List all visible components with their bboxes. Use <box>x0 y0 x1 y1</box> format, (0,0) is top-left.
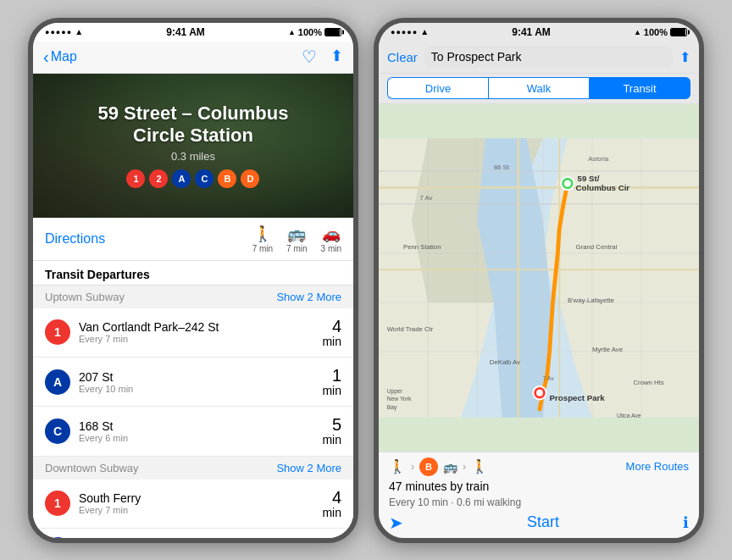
transit-header-label: Transit Departures <box>45 268 150 281</box>
route-freq-south: Every 7 min <box>79 505 313 515</box>
phones-container: ●●●●● ▲ 9:41 AM ▲ 100% ‹ Map ♡ ⬆ <box>28 18 704 543</box>
line-badge-1-downtown: 1 <box>45 491 70 516</box>
uptown-label: Uptown Subway <box>45 291 125 303</box>
svg-text:7 Av: 7 Av <box>543 375 555 381</box>
bus-time: 7 min <box>286 244 307 253</box>
route-detail-text: Every 10 min · 0.6 mi walking <box>389 494 689 509</box>
info-icon[interactable]: ℹ <box>683 513 689 532</box>
location-arrow-icon-right: ▲ <box>634 28 641 36</box>
svg-text:7 Av: 7 Av <box>419 193 432 201</box>
svg-text:Grand Central: Grand Central <box>576 243 618 251</box>
map-svg: 59 St/ Columbus Cir Prospect Park 86 St … <box>379 104 699 452</box>
subway-line-badges: 1 2 A C B D <box>98 169 289 188</box>
directions-label[interactable]: Directions <box>45 231 105 247</box>
line-badge-c: C <box>195 169 214 188</box>
svg-text:B'way-Lafayette: B'way-Lafayette <box>568 297 614 304</box>
uptown-group: Uptown Subway Show 2 More <box>33 286 353 308</box>
signal-icon: ●●●●● <box>45 28 72 36</box>
destination-search-bar[interactable]: To Prospect Park <box>424 46 673 68</box>
transit-item-1[interactable]: 1 Van Cortlandt Park–242 St Every 7 min … <box>33 308 353 358</box>
transit-info-south: South Ferry Every 7 min <box>79 491 313 515</box>
tab-drive-label: Drive <box>425 82 451 95</box>
transit-item-a[interactable]: A 207 St Every 10 min 1min <box>33 358 353 407</box>
line-badge-a: A <box>172 169 191 188</box>
route-name-south: South Ferry <box>79 491 313 505</box>
station-info: 59 Street – ColumbusCircle Station 0.3 m… <box>98 103 289 189</box>
svg-text:DeKalb Av: DeKalb Av <box>490 358 520 365</box>
transit-header: Transit Departures <box>33 261 353 286</box>
line-badge-d: D <box>241 169 259 188</box>
route-info-row: 🚶 › B 🚌 › 🚶 More Routes <box>389 457 689 476</box>
mins-num-c: 5 <box>332 415 341 434</box>
tab-transit[interactable]: Transit <box>590 77 690 99</box>
bus-mode[interactable]: 🚌 7 min <box>286 225 307 253</box>
walk-time: 7 min <box>252 244 273 253</box>
signal-area-right: ●●●●● ▲ <box>391 27 429 36</box>
back-label: Map <box>51 49 77 64</box>
uptown-show-more[interactable]: Show 2 More <box>276 291 341 303</box>
svg-text:Utica Ave: Utica Ave <box>617 412 641 418</box>
tab-walk-label: Walk <box>527 82 551 95</box>
signal-icon-right: ●●●●● <box>391 28 418 36</box>
walk-icon: 🚶 <box>253 225 272 243</box>
line-badge-c-uptown: C <box>45 419 70 444</box>
current-location-icon[interactable]: ➤ <box>389 513 403 533</box>
more-routes-link[interactable]: More Routes <box>626 460 689 473</box>
svg-text:Columbus Cir: Columbus Cir <box>576 183 630 192</box>
back-chevron-icon: ‹ <box>43 47 49 67</box>
battery-icon-left <box>324 28 341 36</box>
transit-info-a: 207 St Every 10 min <box>79 370 313 394</box>
start-row: ➤ Start ℹ <box>389 513 689 533</box>
line-badge-1-uptown: 1 <box>45 319 70 345</box>
station-distance: 0.3 miles <box>98 150 289 163</box>
transit-item-south[interactable]: 1 South Ferry Every 7 min 4min <box>33 480 353 529</box>
svg-text:Bay: Bay <box>387 404 397 411</box>
battery-label-left: 100% <box>298 27 322 37</box>
downtown-show-more[interactable]: Show 2 More <box>276 462 341 474</box>
share-icon[interactable]: ⬆ <box>330 47 343 67</box>
svg-text:Prospect Park: Prospect Park <box>550 393 606 402</box>
route-time-1: 4min <box>322 317 341 348</box>
svg-text:Penn Station: Penn Station <box>403 243 441 251</box>
route-freq-c: Every 6 min <box>79 433 313 443</box>
tab-drive[interactable]: Drive <box>387 77 488 99</box>
bus-icon: 🚌 <box>287 225 306 243</box>
car-time: 3 min <box>321 244 341 253</box>
mins-num-a: 1 <box>332 366 341 385</box>
directions-section: Directions 🚶 7 min 🚌 7 min 🚗 3 min <box>33 218 353 261</box>
time-display-left: 9:41 AM <box>166 26 205 38</box>
line-badge-1: 1 <box>126 169 145 188</box>
right-nav-bar: Clear To Prospect Park ⬆ <box>379 42 699 74</box>
car-mode[interactable]: 🚗 3 min <box>321 225 341 253</box>
line-badge-a-uptown: A <box>45 369 70 395</box>
transit-section: Transit Departures Uptown Subway Show 2 … <box>33 261 353 538</box>
back-button[interactable]: ‹ Map <box>43 47 77 67</box>
walk-mode[interactable]: 🚶 7 min <box>252 225 273 253</box>
walk-end-icon: 🚶 <box>471 458 488 474</box>
transit-item-rockaway[interactable]: A Rockaway Park Beach–116 St 1 <box>33 529 353 537</box>
status-bar-right: ●●●●● ▲ 9:41 AM ▲ 100% <box>379 23 699 42</box>
start-button[interactable]: Start <box>527 513 559 531</box>
tab-transit-label: Transit <box>623 82 656 95</box>
station-name: 59 Street – ColumbusCircle Station <box>98 103 289 147</box>
svg-text:Myrtle Ave: Myrtle Ave <box>592 346 623 353</box>
mins-num-1: 4 <box>332 317 341 335</box>
share-button-right[interactable]: ⬆ <box>679 49 690 65</box>
tab-walk[interactable]: Walk <box>488 77 590 99</box>
car-icon: 🚗 <box>322 225 341 243</box>
route-freq-1: Every 7 min <box>79 334 313 344</box>
b-train-badge: B <box>419 457 438 476</box>
status-bar-left: ●●●●● ▲ 9:41 AM ▲ 100% <box>33 23 353 42</box>
favorite-icon[interactable]: ♡ <box>302 47 317 67</box>
mins-num-south: 4 <box>332 488 341 507</box>
downtown-group-header: Downtown Subway Show 2 More <box>33 457 353 480</box>
clear-button[interactable]: Clear <box>387 50 418 64</box>
time-display-right: 9:41 AM <box>512 26 551 38</box>
transit-item-c[interactable]: C 168 St Every 6 min 5min <box>33 407 353 456</box>
battery-area-right: ▲ 100% <box>634 27 687 37</box>
svg-text:New York: New York <box>387 396 412 402</box>
wifi-icon-right: ▲ <box>420 27 429 36</box>
route-name-a: 207 St <box>79 370 313 384</box>
route-time-c: 5min <box>322 415 341 446</box>
route-map[interactable]: 59 St/ Columbus Cir Prospect Park 86 St … <box>379 104 699 452</box>
